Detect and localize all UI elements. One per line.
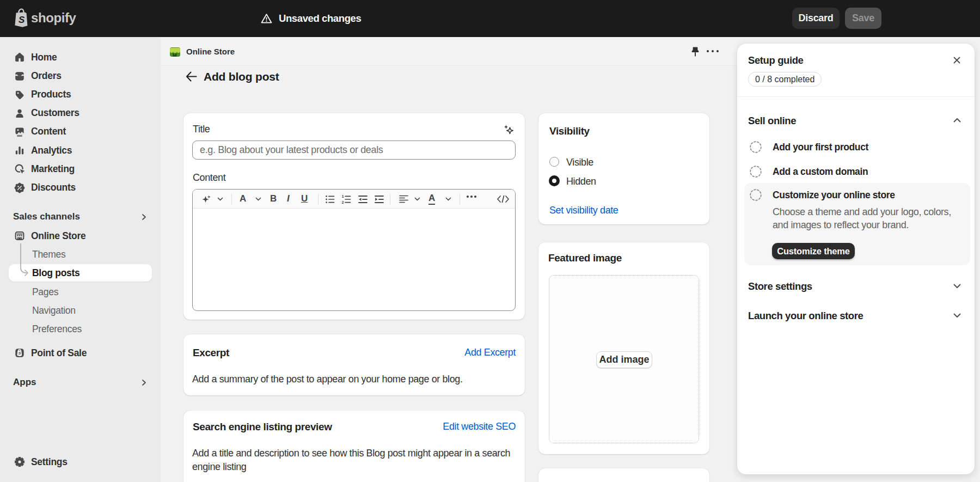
svg-text:S: S: [19, 15, 25, 25]
svg-text:2: 2: [342, 200, 344, 204]
svg-text:1: 1: [342, 195, 344, 199]
svg-text:S: S: [19, 351, 21, 356]
